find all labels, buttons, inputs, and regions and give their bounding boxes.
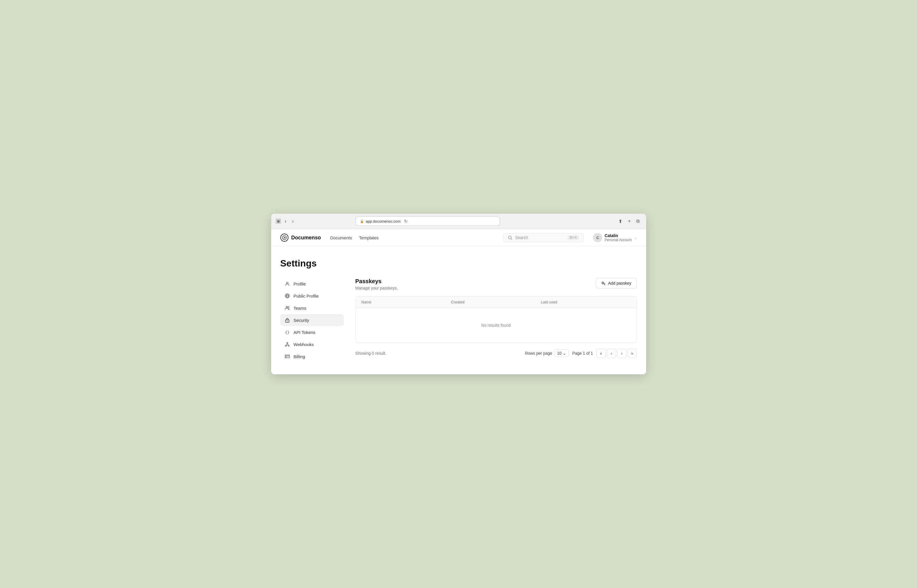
- sidebar-label-webhooks: Webhooks: [294, 342, 314, 347]
- rows-per-page-value: 10: [557, 351, 562, 355]
- user-info: Catalin Personal Account: [605, 233, 631, 242]
- section-subtitle: Manage your passkeys.: [355, 286, 398, 291]
- browser-tabs: ⊞ ‹ ›: [276, 218, 296, 225]
- svg-point-13: [288, 345, 289, 346]
- main-content: Settings Profile: [271, 247, 646, 374]
- page-info: Page 1 of 1: [572, 351, 593, 355]
- search-icon: [508, 236, 512, 240]
- col-name: Name: [361, 300, 451, 304]
- svg-point-20: [603, 283, 603, 283]
- search-shortcut: ⌘+K: [568, 235, 579, 240]
- rows-per-page: Rows per page 10 ⌄: [525, 349, 569, 357]
- last-page-button[interactable]: »: [628, 349, 637, 358]
- no-results-text: No results found: [482, 323, 511, 328]
- nav-link-templates[interactable]: Templates: [359, 235, 378, 240]
- add-passkey-label: Add passkey: [608, 281, 631, 286]
- rows-per-page-label: Rows per page: [525, 351, 552, 355]
- code-icon: {}: [285, 330, 290, 335]
- search-placeholder: Search: [515, 235, 565, 240]
- page-nav-buttons: « ‹ › »: [597, 349, 637, 358]
- rows-select-chevron: ⌄: [563, 351, 566, 355]
- svg-point-8: [288, 307, 289, 308]
- rows-per-page-select[interactable]: 10 ⌄: [555, 349, 569, 357]
- globe-icon: [285, 293, 290, 299]
- lock-icon: [285, 317, 290, 323]
- share-button[interactable]: ⬆: [617, 218, 624, 225]
- page-title: Settings: [280, 258, 637, 269]
- sidebar-item-teams[interactable]: Teams: [280, 302, 344, 314]
- browser-window: ⊞ ‹ › 🔒 app.documenso.com ↻ ⬆ + ⧉: [271, 214, 646, 374]
- svg-point-14: [287, 342, 288, 344]
- tabs-button[interactable]: ⧉: [635, 218, 641, 225]
- lock-icon: 🔒: [360, 220, 364, 223]
- logo-icon: [280, 234, 288, 242]
- tab-icon: ⊞: [276, 218, 281, 224]
- passkeys-table: Name Created Last used No results found: [355, 296, 637, 343]
- prev-page-button[interactable]: ‹: [607, 349, 616, 358]
- sidebar-label-billing: Billing: [294, 354, 305, 359]
- sidebar-item-api-tokens[interactable]: {} API Tokens: [280, 326, 344, 338]
- svg-point-10: [287, 321, 287, 321]
- svg-rect-18: [286, 357, 287, 357]
- user-area[interactable]: C Catalin Personal Account ⌄: [593, 233, 637, 242]
- refresh-button[interactable]: ↻: [403, 218, 409, 224]
- url-bar[interactable]: 🔒 app.documenso.com ↻: [356, 216, 500, 226]
- nav-links: Documents Templates: [330, 235, 379, 240]
- add-passkey-button[interactable]: Add passkey: [596, 278, 637, 288]
- col-created: Created: [451, 300, 541, 304]
- logo-text: Documenso: [291, 235, 321, 241]
- browser-actions: ⬆ + ⧉: [617, 218, 641, 225]
- browser-chrome: ⊞ ‹ › 🔒 app.documenso.com ↻ ⬆ + ⧉: [271, 214, 646, 229]
- section-header: Passkeys Manage your passkeys.: [355, 278, 637, 291]
- avatar: C: [593, 233, 602, 242]
- svg-point-3: [286, 282, 288, 284]
- top-nav: Documenso Documents Templates Search ⌘+K…: [271, 229, 646, 247]
- section-title: Passkeys: [355, 278, 398, 284]
- svg-point-7: [286, 307, 287, 308]
- svg-point-0: [282, 236, 286, 240]
- svg-point-12: [285, 345, 286, 346]
- showing-text: Showing 0 result.: [355, 351, 386, 355]
- nav-link-documents[interactable]: Documents: [330, 235, 352, 240]
- sidebar-label-profile: Profile: [294, 281, 306, 286]
- sidebar-label-security: Security: [294, 318, 309, 323]
- sidebar: Profile Public Profile: [280, 278, 344, 363]
- sidebar-item-public-profile[interactable]: Public Profile: [280, 290, 344, 302]
- search-bar[interactable]: Search ⌘+K: [503, 233, 584, 242]
- back-button[interactable]: ‹: [283, 218, 288, 225]
- pagination-controls: Rows per page 10 ⌄ Page 1 of 1 « ‹: [525, 349, 637, 358]
- people-icon: [285, 305, 290, 311]
- sidebar-item-security[interactable]: Security: [280, 314, 344, 326]
- webhook-icon: [285, 341, 290, 347]
- content-area: Passkeys Manage your passkeys.: [355, 278, 637, 363]
- col-last-used: Last used: [541, 300, 631, 304]
- table-header: Name Created Last used: [356, 296, 637, 308]
- svg-text:{}: {}: [285, 330, 289, 334]
- svg-rect-16: [285, 355, 289, 358]
- forward-button[interactable]: ›: [291, 218, 295, 225]
- sidebar-label-teams: Teams: [294, 306, 306, 310]
- sidebar-label-api-tokens: API Tokens: [294, 330, 315, 335]
- section-title-area: Passkeys Manage your passkeys.: [355, 278, 398, 291]
- logo-area: Documenso: [280, 234, 321, 242]
- card-icon: [285, 354, 290, 359]
- chevron-down-icon: ⌄: [634, 236, 637, 240]
- url-text: app.documenso.com: [366, 219, 401, 223]
- sidebar-item-profile[interactable]: Profile: [280, 278, 344, 289]
- pagination-row: Showing 0 result. Rows per page 10 ⌄ Pa: [355, 349, 637, 358]
- user-account-type: Personal Account: [605, 238, 631, 242]
- table-body: No results found: [356, 308, 637, 342]
- sidebar-item-webhooks[interactable]: Webhooks: [280, 339, 344, 350]
- first-page-button[interactable]: «: [597, 349, 606, 358]
- next-page-button[interactable]: ›: [617, 349, 626, 358]
- sidebar-item-billing[interactable]: Billing: [280, 351, 344, 362]
- app-container: Documenso Documents Templates Search ⌘+K…: [271, 229, 646, 374]
- new-tab-button[interactable]: +: [626, 218, 632, 225]
- sidebar-label-public-profile: Public Profile: [294, 294, 319, 299]
- passkey-icon: [601, 281, 606, 286]
- person-icon: [285, 281, 290, 287]
- svg-line-2: [511, 239, 512, 240]
- user-name: Catalin: [605, 233, 631, 238]
